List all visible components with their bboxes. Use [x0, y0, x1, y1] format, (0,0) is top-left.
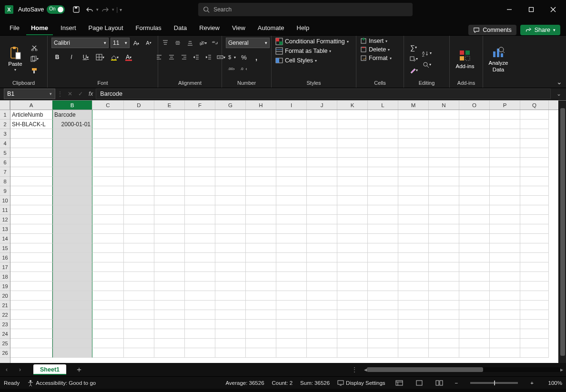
zoom-slider[interactable] — [470, 382, 518, 384]
cell[interactable] — [368, 186, 398, 196]
tab-formulas[interactable]: Formulas — [131, 20, 166, 35]
cell[interactable] — [52, 339, 92, 348]
cells-area[interactable]: ArticleNumbBarcodeSH-BLACK-L2000-01-01 — [10, 110, 558, 358]
addins-button[interactable]: Add-ins — [454, 49, 476, 69]
cell[interactable] — [337, 339, 368, 348]
cell[interactable] — [276, 339, 307, 348]
minimize-button[interactable] — [498, 2, 520, 17]
row-header[interactable]: 4 — [0, 139, 10, 148]
cell[interactable] — [520, 272, 549, 281]
cell[interactable] — [154, 243, 185, 253]
cell[interactable] — [276, 158, 307, 167]
cell[interactable] — [490, 186, 520, 196]
cell[interactable] — [276, 129, 307, 139]
cell[interactable] — [215, 186, 246, 196]
cell[interactable] — [92, 281, 124, 291]
cell[interactable] — [429, 329, 459, 339]
cell[interactable] — [429, 139, 459, 148]
zoom-in-button[interactable]: + — [528, 380, 536, 386]
cell[interactable] — [307, 120, 337, 129]
add-sheet-button[interactable]: ＋ — [72, 365, 86, 375]
row-header[interactable]: 8 — [0, 177, 10, 186]
cell[interactable] — [185, 224, 215, 234]
cell[interactable] — [10, 253, 52, 262]
column-header[interactable]: C — [92, 101, 124, 110]
cell[interactable] — [368, 320, 398, 329]
cell[interactable] — [429, 205, 459, 215]
cell[interactable] — [337, 158, 368, 167]
cell[interactable] — [92, 320, 124, 329]
cell[interactable] — [52, 205, 92, 215]
cell[interactable] — [246, 196, 276, 205]
cell[interactable] — [368, 110, 398, 120]
cell[interactable] — [459, 310, 490, 320]
cell[interactable] — [185, 310, 215, 320]
cell[interactable] — [429, 186, 459, 196]
cell[interactable] — [154, 329, 185, 339]
column-header[interactable]: H — [246, 101, 276, 110]
cell[interactable] — [92, 148, 124, 158]
cell[interactable] — [337, 177, 368, 186]
cell[interactable] — [490, 148, 520, 158]
page-layout-view-icon[interactable] — [413, 379, 425, 387]
row-header[interactable]: 3 — [0, 129, 10, 139]
cell[interactable] — [52, 158, 92, 167]
cell[interactable] — [276, 281, 307, 291]
cell[interactable] — [459, 243, 490, 253]
cell[interactable] — [52, 253, 92, 262]
cell[interactable] — [459, 129, 490, 139]
cell[interactable] — [246, 262, 276, 272]
cell[interactable] — [10, 339, 52, 348]
cell[interactable] — [124, 158, 154, 167]
orientation-icon[interactable]: ab▾ — [197, 38, 208, 48]
cell[interactable] — [215, 177, 246, 186]
cell[interactable] — [246, 253, 276, 262]
cell[interactable] — [490, 339, 520, 348]
cell[interactable] — [52, 272, 92, 281]
cell[interactable] — [215, 339, 246, 348]
column-header[interactable]: M — [398, 101, 429, 110]
cell[interactable] — [520, 158, 549, 167]
cell[interactable] — [246, 158, 276, 167]
paste-button[interactable]: Paste ▾ — [4, 46, 27, 72]
cell[interactable] — [185, 110, 215, 120]
cell[interactable] — [154, 120, 185, 129]
sheet-tab-active[interactable]: Sheet1 — [33, 364, 66, 375]
cell[interactable] — [185, 253, 215, 262]
vertical-scrollbar[interactable] — [558, 101, 566, 363]
cell[interactable] — [398, 339, 429, 348]
cell[interactable] — [337, 320, 368, 329]
cell[interactable] — [276, 320, 307, 329]
cell[interactable] — [307, 301, 337, 310]
cell[interactable] — [124, 148, 154, 158]
cell[interactable] — [398, 186, 429, 196]
cell[interactable] — [520, 329, 549, 339]
cell[interactable] — [215, 253, 246, 262]
cell[interactable] — [307, 167, 337, 177]
align-center-icon[interactable] — [166, 52, 177, 62]
cell[interactable] — [124, 215, 154, 224]
cell[interactable] — [368, 253, 398, 262]
cell[interactable] — [307, 148, 337, 158]
cell[interactable] — [490, 272, 520, 281]
tab-view[interactable]: View — [227, 20, 250, 35]
cell[interactable] — [368, 281, 398, 291]
cell[interactable] — [398, 329, 429, 339]
row-header[interactable]: 14 — [0, 234, 10, 243]
cell[interactable] — [459, 301, 490, 310]
tab-home[interactable]: Home — [26, 20, 53, 35]
cell[interactable] — [10, 310, 52, 320]
cell[interactable] — [459, 320, 490, 329]
cell[interactable] — [429, 120, 459, 129]
cell[interactable] — [429, 348, 459, 358]
cell[interactable] — [10, 186, 52, 196]
cell[interactable] — [276, 329, 307, 339]
cell[interactable] — [10, 243, 52, 253]
cell[interactable] — [459, 272, 490, 281]
cell[interactable] — [490, 139, 520, 148]
autosave-toggle[interactable]: On — [47, 5, 65, 14]
cell[interactable] — [246, 272, 276, 281]
cell[interactable] — [10, 234, 52, 243]
cell[interactable] — [124, 205, 154, 215]
cell[interactable] — [337, 329, 368, 339]
